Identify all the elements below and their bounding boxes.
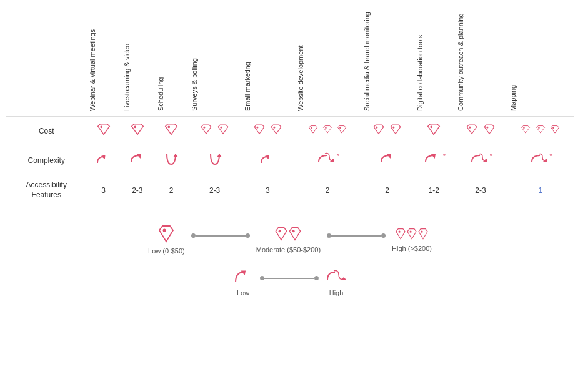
cost-cell-5 — [294, 117, 361, 145]
complexity-low-label: Low — [237, 289, 249, 296]
complexity-cell-0 — [86, 145, 120, 175]
cost-legend-high: High (>$200) — [392, 227, 432, 252]
complexity-low-icon — [94, 150, 113, 170]
tag-icon — [308, 124, 319, 137]
accessibility-label: AccessibilityFeatures — [6, 175, 86, 205]
legend-dot — [260, 276, 264, 280]
complexity-lowmid-icon — [422, 150, 441, 170]
complexity-cell-8: * — [454, 145, 508, 175]
tag-icon-low — [163, 122, 179, 140]
complexity-label: Complexity — [6, 145, 86, 175]
tag-icon — [549, 124, 561, 137]
tag-icon — [535, 124, 546, 137]
svg-point-13 — [469, 127, 471, 129]
legend-dot — [327, 233, 331, 238]
col-header-9: Mapping — [507, 6, 574, 117]
tag-icon — [269, 123, 283, 139]
acc-cell-5: 2 — [294, 175, 361, 205]
col-header-2: Scheduling — [154, 6, 188, 117]
col-header-7: Digital collaboration tools — [414, 6, 454, 117]
svg-point-15 — [523, 127, 525, 129]
complexity-legend-low: Low — [232, 267, 254, 296]
svg-marker-25 — [431, 152, 438, 159]
tag-icon — [520, 124, 531, 137]
svg-point-4 — [221, 127, 222, 129]
acc-cell-3: 2-3 — [188, 175, 241, 205]
col-header-6: Social media & brand monitoring — [361, 6, 414, 117]
complexity-cell-9: * — [507, 145, 574, 175]
svg-point-1 — [134, 126, 136, 129]
cost-legend-line — [191, 233, 250, 238]
svg-point-17 — [552, 127, 554, 129]
cost-cell-3 — [188, 117, 241, 145]
tag-icon — [418, 227, 429, 242]
svg-point-8 — [325, 127, 327, 129]
complexity-row: Complexity — [6, 145, 574, 175]
cost-cell-8 — [454, 117, 508, 145]
tag-icon — [322, 124, 333, 137]
main-container: Webinar & virtual meetings Livestreaming… — [0, 0, 580, 309]
acc-cell-4: 3 — [241, 175, 294, 205]
complexity-high-legend-icon — [325, 267, 348, 286]
svg-marker-18 — [101, 153, 107, 159]
svg-marker-24 — [386, 152, 393, 159]
complexity-cell-7: * — [414, 145, 454, 175]
legend-dot — [381, 233, 386, 238]
svg-marker-22 — [265, 153, 271, 159]
svg-point-31 — [398, 231, 400, 233]
complexity-cell-1 — [121, 145, 154, 175]
cost-cell-4 — [241, 117, 294, 145]
svg-point-28 — [163, 229, 166, 232]
legend-line — [331, 235, 381, 237]
svg-point-10 — [376, 127, 378, 129]
legend-dot — [246, 233, 250, 238]
tag-icon — [336, 124, 348, 137]
tag-icon-low — [129, 122, 146, 140]
single-tag-icon — [158, 224, 175, 244]
tag-icon — [288, 225, 302, 243]
tag-icon — [395, 227, 406, 242]
cost-high-label: High (>$200) — [392, 245, 432, 252]
complexity-cell-2 — [154, 145, 188, 175]
complexity-lowmid-icon — [128, 150, 147, 170]
comparison-table: Webinar & virtual meetings Livestreaming… — [6, 6, 574, 205]
complexity-midhigh-icon — [529, 150, 548, 170]
col-header-1: Livestreaming & video — [121, 6, 154, 117]
svg-point-32 — [409, 231, 411, 233]
svg-point-3 — [203, 127, 205, 129]
cost-legend-line2 — [327, 233, 386, 238]
acc-cell-6: 2 — [361, 175, 414, 205]
svg-point-7 — [311, 127, 312, 129]
cost-moderate-label: Moderate ($50-$200) — [256, 246, 321, 253]
tag-icon — [199, 123, 213, 139]
col-header-4: Email marketing — [241, 6, 294, 117]
complexity-u-icon — [206, 150, 224, 170]
tag-icon-low — [96, 122, 112, 140]
tag-icon — [372, 123, 386, 139]
complexity-lowmid-icon — [378, 150, 397, 170]
svg-marker-21 — [217, 154, 222, 157]
complexity-low-icon — [258, 150, 277, 170]
acc-cell-0: 3 — [86, 175, 120, 205]
svg-point-30 — [292, 230, 295, 233]
legend-dot — [314, 276, 319, 280]
svg-point-14 — [486, 127, 488, 129]
cost-cell-2 — [154, 117, 188, 145]
svg-point-16 — [538, 127, 540, 129]
acc-cell-7: 1-2 — [414, 175, 454, 205]
svg-point-29 — [279, 230, 281, 233]
complexity-midhigh-icon — [469, 150, 488, 170]
tag-icon-low — [426, 122, 442, 140]
svg-marker-34 — [241, 268, 248, 276]
cost-label: Cost — [6, 117, 86, 145]
cost-cell-6 — [361, 117, 414, 145]
tag-icon — [482, 123, 496, 139]
cost-row: Cost — [6, 117, 574, 145]
complexity-low-legend-icon — [232, 267, 254, 286]
complexity-high-label: High — [329, 289, 344, 296]
cost-legend-moderate: Moderate ($50-$200) — [256, 225, 321, 253]
cost-cell-0 — [86, 117, 120, 145]
col-header-8: Community outreach & planning — [454, 6, 508, 117]
cost-legend-low: Low (0-$50) — [148, 224, 185, 255]
acc-cell-9: 1 — [507, 175, 574, 205]
